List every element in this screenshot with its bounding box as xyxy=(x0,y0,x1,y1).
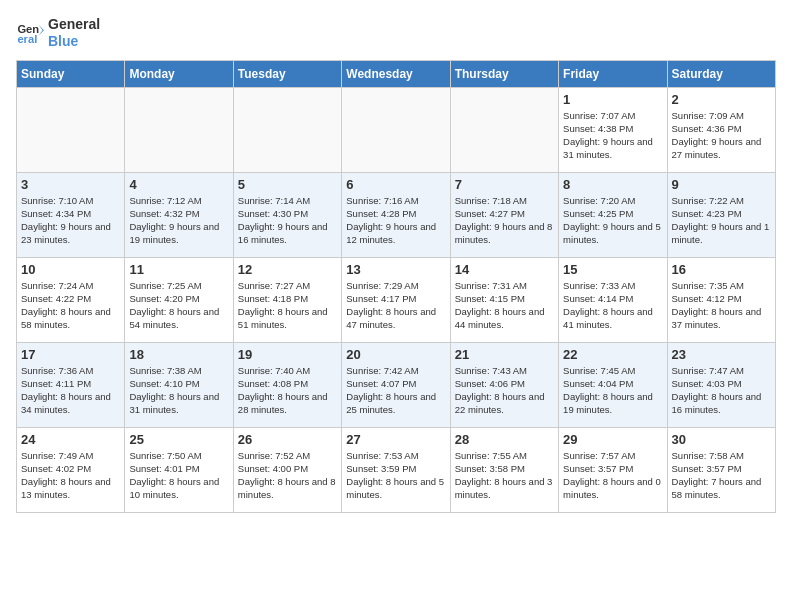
day-number: 10 xyxy=(21,262,120,277)
day-info: Sunrise: 7:47 AMSunset: 4:03 PMDaylight:… xyxy=(672,364,771,417)
day-cell: 23Sunrise: 7:47 AMSunset: 4:03 PMDayligh… xyxy=(667,342,775,427)
day-cell: 24Sunrise: 7:49 AMSunset: 4:02 PMDayligh… xyxy=(17,427,125,512)
day-info: Sunrise: 7:42 AMSunset: 4:07 PMDaylight:… xyxy=(346,364,445,417)
day-info: Sunrise: 7:53 AMSunset: 3:59 PMDaylight:… xyxy=(346,449,445,502)
day-info: Sunrise: 7:33 AMSunset: 4:14 PMDaylight:… xyxy=(563,279,662,332)
day-number: 30 xyxy=(672,432,771,447)
day-cell xyxy=(342,87,450,172)
day-cell: 8Sunrise: 7:20 AMSunset: 4:25 PMDaylight… xyxy=(559,172,667,257)
svg-text:eral: eral xyxy=(17,33,37,45)
day-number: 5 xyxy=(238,177,337,192)
header: Gen eral General Blue xyxy=(16,16,776,50)
week-row-1: 1Sunrise: 7:07 AMSunset: 4:38 PMDaylight… xyxy=(17,87,776,172)
day-number: 20 xyxy=(346,347,445,362)
day-cell: 9Sunrise: 7:22 AMSunset: 4:23 PMDaylight… xyxy=(667,172,775,257)
col-header-thursday: Thursday xyxy=(450,60,558,87)
day-number: 2 xyxy=(672,92,771,107)
day-info: Sunrise: 7:24 AMSunset: 4:22 PMDaylight:… xyxy=(21,279,120,332)
col-header-wednesday: Wednesday xyxy=(342,60,450,87)
day-info: Sunrise: 7:49 AMSunset: 4:02 PMDaylight:… xyxy=(21,449,120,502)
day-cell: 11Sunrise: 7:25 AMSunset: 4:20 PMDayligh… xyxy=(125,257,233,342)
day-info: Sunrise: 7:09 AMSunset: 4:36 PMDaylight:… xyxy=(672,109,771,162)
day-number: 11 xyxy=(129,262,228,277)
week-row-5: 24Sunrise: 7:49 AMSunset: 4:02 PMDayligh… xyxy=(17,427,776,512)
day-cell: 20Sunrise: 7:42 AMSunset: 4:07 PMDayligh… xyxy=(342,342,450,427)
day-cell: 18Sunrise: 7:38 AMSunset: 4:10 PMDayligh… xyxy=(125,342,233,427)
day-info: Sunrise: 7:27 AMSunset: 4:18 PMDaylight:… xyxy=(238,279,337,332)
day-info: Sunrise: 7:22 AMSunset: 4:23 PMDaylight:… xyxy=(672,194,771,247)
day-info: Sunrise: 7:38 AMSunset: 4:10 PMDaylight:… xyxy=(129,364,228,417)
day-number: 8 xyxy=(563,177,662,192)
day-number: 4 xyxy=(129,177,228,192)
day-number: 22 xyxy=(563,347,662,362)
day-cell: 2Sunrise: 7:09 AMSunset: 4:36 PMDaylight… xyxy=(667,87,775,172)
day-cell xyxy=(450,87,558,172)
day-number: 12 xyxy=(238,262,337,277)
day-info: Sunrise: 7:20 AMSunset: 4:25 PMDaylight:… xyxy=(563,194,662,247)
day-info: Sunrise: 7:16 AMSunset: 4:28 PMDaylight:… xyxy=(346,194,445,247)
day-cell: 7Sunrise: 7:18 AMSunset: 4:27 PMDaylight… xyxy=(450,172,558,257)
week-row-3: 10Sunrise: 7:24 AMSunset: 4:22 PMDayligh… xyxy=(17,257,776,342)
logo: Gen eral General Blue xyxy=(16,16,100,50)
day-info: Sunrise: 7:25 AMSunset: 4:20 PMDaylight:… xyxy=(129,279,228,332)
day-info: Sunrise: 7:31 AMSunset: 4:15 PMDaylight:… xyxy=(455,279,554,332)
day-cell: 22Sunrise: 7:45 AMSunset: 4:04 PMDayligh… xyxy=(559,342,667,427)
col-header-sunday: Sunday xyxy=(17,60,125,87)
day-info: Sunrise: 7:35 AMSunset: 4:12 PMDaylight:… xyxy=(672,279,771,332)
day-info: Sunrise: 7:40 AMSunset: 4:08 PMDaylight:… xyxy=(238,364,337,417)
day-cell: 10Sunrise: 7:24 AMSunset: 4:22 PMDayligh… xyxy=(17,257,125,342)
day-cell: 27Sunrise: 7:53 AMSunset: 3:59 PMDayligh… xyxy=(342,427,450,512)
day-cell: 16Sunrise: 7:35 AMSunset: 4:12 PMDayligh… xyxy=(667,257,775,342)
day-number: 24 xyxy=(21,432,120,447)
day-cell xyxy=(233,87,341,172)
day-number: 15 xyxy=(563,262,662,277)
day-cell: 21Sunrise: 7:43 AMSunset: 4:06 PMDayligh… xyxy=(450,342,558,427)
day-info: Sunrise: 7:45 AMSunset: 4:04 PMDaylight:… xyxy=(563,364,662,417)
day-number: 13 xyxy=(346,262,445,277)
day-cell: 26Sunrise: 7:52 AMSunset: 4:00 PMDayligh… xyxy=(233,427,341,512)
day-number: 9 xyxy=(672,177,771,192)
col-header-monday: Monday xyxy=(125,60,233,87)
day-cell xyxy=(17,87,125,172)
day-cell: 15Sunrise: 7:33 AMSunset: 4:14 PMDayligh… xyxy=(559,257,667,342)
day-info: Sunrise: 7:36 AMSunset: 4:11 PMDaylight:… xyxy=(21,364,120,417)
week-row-4: 17Sunrise: 7:36 AMSunset: 4:11 PMDayligh… xyxy=(17,342,776,427)
col-header-friday: Friday xyxy=(559,60,667,87)
day-number: 23 xyxy=(672,347,771,362)
day-number: 21 xyxy=(455,347,554,362)
day-number: 26 xyxy=(238,432,337,447)
col-header-tuesday: Tuesday xyxy=(233,60,341,87)
day-cell: 25Sunrise: 7:50 AMSunset: 4:01 PMDayligh… xyxy=(125,427,233,512)
day-number: 19 xyxy=(238,347,337,362)
day-cell: 3Sunrise: 7:10 AMSunset: 4:34 PMDaylight… xyxy=(17,172,125,257)
day-info: Sunrise: 7:18 AMSunset: 4:27 PMDaylight:… xyxy=(455,194,554,247)
day-number: 3 xyxy=(21,177,120,192)
day-cell: 1Sunrise: 7:07 AMSunset: 4:38 PMDaylight… xyxy=(559,87,667,172)
day-cell: 6Sunrise: 7:16 AMSunset: 4:28 PMDaylight… xyxy=(342,172,450,257)
day-number: 28 xyxy=(455,432,554,447)
day-cell: 14Sunrise: 7:31 AMSunset: 4:15 PMDayligh… xyxy=(450,257,558,342)
day-info: Sunrise: 7:07 AMSunset: 4:38 PMDaylight:… xyxy=(563,109,662,162)
day-info: Sunrise: 7:12 AMSunset: 4:32 PMDaylight:… xyxy=(129,194,228,247)
day-info: Sunrise: 7:10 AMSunset: 4:34 PMDaylight:… xyxy=(21,194,120,247)
day-info: Sunrise: 7:29 AMSunset: 4:17 PMDaylight:… xyxy=(346,279,445,332)
col-header-saturday: Saturday xyxy=(667,60,775,87)
day-cell: 30Sunrise: 7:58 AMSunset: 3:57 PMDayligh… xyxy=(667,427,775,512)
day-number: 7 xyxy=(455,177,554,192)
day-number: 25 xyxy=(129,432,228,447)
day-number: 27 xyxy=(346,432,445,447)
day-cell: 28Sunrise: 7:55 AMSunset: 3:58 PMDayligh… xyxy=(450,427,558,512)
day-number: 14 xyxy=(455,262,554,277)
day-info: Sunrise: 7:50 AMSunset: 4:01 PMDaylight:… xyxy=(129,449,228,502)
day-number: 1 xyxy=(563,92,662,107)
header-row: SundayMondayTuesdayWednesdayThursdayFrid… xyxy=(17,60,776,87)
day-number: 18 xyxy=(129,347,228,362)
day-info: Sunrise: 7:52 AMSunset: 4:00 PMDaylight:… xyxy=(238,449,337,502)
day-cell xyxy=(125,87,233,172)
day-info: Sunrise: 7:14 AMSunset: 4:30 PMDaylight:… xyxy=(238,194,337,247)
day-info: Sunrise: 7:43 AMSunset: 4:06 PMDaylight:… xyxy=(455,364,554,417)
day-cell: 5Sunrise: 7:14 AMSunset: 4:30 PMDaylight… xyxy=(233,172,341,257)
day-cell: 17Sunrise: 7:36 AMSunset: 4:11 PMDayligh… xyxy=(17,342,125,427)
week-row-2: 3Sunrise: 7:10 AMSunset: 4:34 PMDaylight… xyxy=(17,172,776,257)
day-number: 6 xyxy=(346,177,445,192)
